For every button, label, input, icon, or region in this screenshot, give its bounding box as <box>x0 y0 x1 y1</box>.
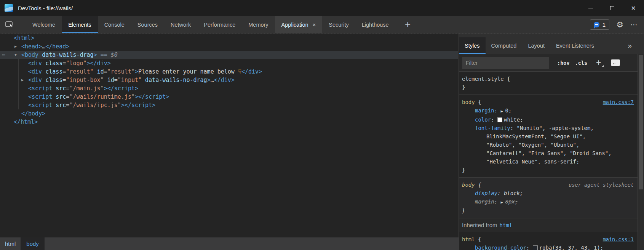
css-property-line[interactable]: margin: ▶ 0; <box>462 106 634 115</box>
token: <script <box>28 85 56 92</box>
css-value-wrap: "Roboto", "Oxygen", "Ubuntu", <box>462 141 634 149</box>
property-colon: : <box>510 125 517 131</box>
token: "/main.js" <box>69 85 104 92</box>
styles-filter-input[interactable] <box>462 57 549 69</box>
token <box>104 77 107 83</box>
token: src <box>56 102 66 109</box>
code-text: <script src="/wails/ipc.js"></script> <box>0 101 155 109</box>
style-rule: user agent stylesheetbody {display: bloc… <box>459 178 638 218</box>
rule-selector[interactable]: html <box>462 236 475 242</box>
expand-arrow-icon[interactable]: ▶ <box>500 109 505 113</box>
close-button[interactable]: × <box>623 0 644 16</box>
css-property-value: 0; <box>505 107 511 114</box>
color-swatch[interactable] <box>497 117 502 122</box>
sidebar-tab-layout[interactable]: Layout <box>522 37 550 54</box>
css-property-line[interactable]: font-family: "Nunito", -apple-system, <box>462 124 634 132</box>
minimize-button[interactable] <box>580 0 601 16</box>
crumb-body[interactable]: body <box>21 237 45 250</box>
tab-label: Performance <box>204 22 235 28</box>
settings-gear-icon[interactable]: ⚙ <box>616 20 623 29</box>
token: </html> <box>14 119 38 125</box>
rule-selector[interactable]: element.style <box>462 76 504 82</box>
tab-lighthouse[interactable]: Lighthouse <box>355 16 395 33</box>
add-class-button[interactable]: .cls <box>575 60 588 66</box>
main-area: <html>▶<head>…</head>⋯▼<body data-wails-… <box>0 34 644 250</box>
styles-scrollbar[interactable] <box>638 54 644 250</box>
token: id <box>107 77 114 83</box>
new-style-rule-button[interactable]: + <box>596 58 601 67</box>
toggle-sidebar-icon[interactable]: ← <box>611 59 620 66</box>
color-swatch[interactable] <box>533 245 538 250</box>
disclosure-collapsed-icon[interactable]: ▶ <box>21 76 24 84</box>
tab-elements[interactable]: Elements <box>62 16 97 33</box>
tab-console[interactable]: Console <box>98 16 131 33</box>
tab-network[interactable]: Network <box>164 16 197 33</box>
token: <script <box>28 93 56 100</box>
token: = <box>62 77 66 83</box>
tab-security[interactable]: Security <box>322 16 355 33</box>
tab-performance[interactable]: Performance <box>197 16 242 33</box>
css-property-line[interactable]: color: white; <box>462 115 634 124</box>
css-property-line[interactable]: margin: ▶ 8px; <box>462 197 634 207</box>
tab-welcome[interactable]: Welcome <box>26 16 62 33</box>
tree-line[interactable]: <div class="result" id="result">Please e… <box>0 67 458 76</box>
tab-memory[interactable]: Memory <box>242 16 275 33</box>
tab-sources[interactable]: Sources <box>131 16 164 33</box>
stylesheet-link[interactable]: main.css:1 <box>603 235 634 244</box>
scrollbar-thumb[interactable] <box>639 55 643 189</box>
more-tools-button[interactable]: + <box>400 16 416 33</box>
code-text: <script src="/main.js"></script> <box>0 84 138 93</box>
tree-line[interactable]: <script src="/main.js"></script> <box>0 84 458 93</box>
disclosure-expanded-icon[interactable]: ▼ <box>14 51 17 59</box>
close-tab-icon[interactable]: × <box>313 21 316 28</box>
tab-label: Console <box>104 22 125 28</box>
css-property-line[interactable]: display: block; <box>462 189 634 197</box>
inherited-element-link[interactable]: html <box>500 222 513 228</box>
sidebar-tab-event-listeners[interactable]: Event Listeners <box>550 37 600 54</box>
tab-label: Elements <box>68 22 91 28</box>
sidebar-tab-computed[interactable]: Computed <box>486 37 523 54</box>
close-brace: } <box>462 207 634 215</box>
rule-selector[interactable]: body <box>462 182 475 188</box>
tree-line[interactable]: </html> <box>0 118 458 126</box>
code-text: <script src="/wails/runtime.js"></script… <box>0 93 169 101</box>
tree-line[interactable]: <script src="/wails/runtime.js"></script… <box>0 93 458 101</box>
tab-overflow-icon[interactable]: » <box>628 42 632 50</box>
inspect-element-button[interactable] <box>2 16 18 33</box>
customize-menu-icon[interactable]: ⋯ <box>630 20 638 29</box>
token: Please enter your name below <box>138 68 238 75</box>
tool-tabs: WelcomeElementsConsoleSourcesNetworkPerf… <box>26 16 395 33</box>
tree-line[interactable]: ▶<div class="input-box" id="input" data-… <box>0 76 458 84</box>
close-brace: } <box>462 166 634 174</box>
token: "/wails/runtime.js" <box>69 93 135 100</box>
open-brace: { <box>475 99 481 105</box>
tree-line[interactable]: <html> <box>0 34 458 42</box>
expand-arrow-icon[interactable]: ▶ <box>500 200 505 204</box>
maximize-button[interactable] <box>601 0 623 16</box>
issues-counter-button[interactable]: 1 <box>590 19 609 30</box>
tree-line[interactable]: </body> <box>0 109 458 118</box>
tree-line[interactable]: <script src="/wails/ipc.js"></script> <box>0 101 458 109</box>
sidebar-tab-styles[interactable]: Styles <box>459 37 486 54</box>
token: class <box>45 68 62 75</box>
tree-line[interactable]: ⋯▼<body data-wails-drag> == $0 <box>0 51 458 59</box>
row-menu-dots-icon[interactable]: ⋯ <box>2 51 5 59</box>
css-property-line[interactable]: background-color: rgba(33, 37, 43, 1); <box>462 244 634 250</box>
token: "logo" <box>66 60 86 67</box>
tree-line[interactable]: <div class="logo"></div> <box>0 59 458 67</box>
token: ></script> <box>135 93 169 100</box>
rule-selector[interactable]: body <box>462 99 475 105</box>
property-colon: : <box>491 117 497 123</box>
toggle-element-state-button[interactable]: :hov <box>557 60 570 66</box>
code-text: <body data-wails-drag> == $0 <box>0 51 118 59</box>
tab-application[interactable]: Application× <box>275 16 323 33</box>
tree-line[interactable]: ▶<head>…</head> <box>0 42 458 51</box>
token: > <box>207 77 211 83</box>
dom-tree: <html>▶<head>…</head>⋯▼<body data-wails-… <box>0 34 458 126</box>
stylesheet-link[interactable]: main.css:7 <box>603 98 634 106</box>
css-value-wrap: "Cantarell", "Fira Sans", "Droid Sans", <box>462 149 634 157</box>
open-brace: { <box>475 236 481 242</box>
token <box>142 77 145 83</box>
crumb-html[interactable]: html <box>0 237 21 250</box>
disclosure-collapsed-icon[interactable]: ▶ <box>14 42 17 51</box>
